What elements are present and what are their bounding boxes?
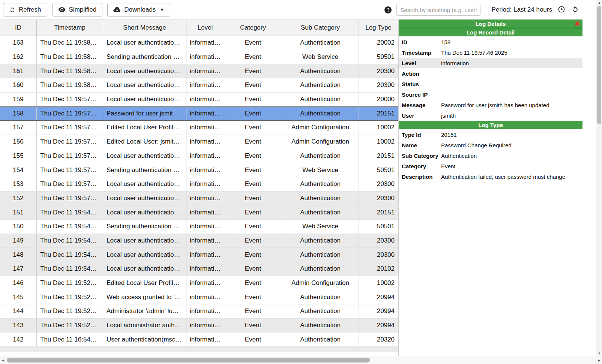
refresh-button[interactable]: Refresh (3, 3, 47, 16)
table-row[interactable]: 153Thu Dec 11 19:57…Local user authentic… (0, 177, 398, 192)
column-header-id[interactable]: ID (0, 20, 37, 36)
time-period-button[interactable] (557, 6, 566, 14)
cell-message: Local user authenticatio… (103, 262, 186, 276)
cell-category: Event (224, 50, 282, 64)
detail-field-label: ID (402, 39, 441, 45)
detail-field: Userjsmith (399, 110, 582, 121)
cell-timestamp: Thu Dec 11 19:57… (37, 121, 103, 135)
cell-message: Sending authentication … (103, 220, 186, 234)
table-row[interactable]: 143Thu Dec 11 19:52…Local administrator … (0, 319, 398, 333)
cell-timestamp: Thu Dec 11 19:52… (37, 304, 103, 318)
table-row[interactable]: 162Thu Dec 11 19:58…Sending authenticati… (0, 50, 398, 64)
cell-log-type: 50501 (359, 220, 398, 234)
cell-category: Event (224, 93, 282, 106)
table-row[interactable]: 152Thu Dec 11 19:57…Local user authentic… (0, 192, 398, 206)
refresh-icon (9, 7, 15, 13)
detail-field: Source IP (399, 89, 582, 100)
cell-category: Event (224, 333, 282, 346)
scroll-down-arrow-icon[interactable]: ▼ (596, 351, 602, 356)
scroll-up-arrow-icon[interactable]: ▲ (596, 0, 602, 5)
cell-id: 162 (0, 50, 37, 64)
toolbar: Refresh Simplified Downloads ▼ ? Period:… (0, 0, 602, 19)
table-row[interactable]: 148Thu Dec 11 19:54…Local user authentic… (0, 248, 398, 262)
cell-log-type: 20994 (359, 290, 398, 304)
table-row[interactable]: 159Thu Dec 11 19:57…Local user authentic… (0, 93, 398, 107)
cell-category: Event (224, 64, 282, 78)
cell-sub-category: Web Service (282, 220, 359, 234)
column-header-level[interactable]: Level (186, 20, 224, 36)
vertical-scroll-thumb[interactable] (597, 6, 601, 124)
cell-sub-category: Authentication (282, 36, 359, 50)
vertical-scrollbar[interactable]: ▲ ▼ (596, 0, 602, 356)
column-header-category[interactable]: Category (224, 20, 282, 36)
table-row[interactable]: 155Thu Dec 11 19:57…Local user authentic… (0, 149, 398, 163)
detail-field-label: Category (402, 163, 441, 169)
cell-category: Event (224, 276, 282, 290)
cell-log-type: 10002 (359, 121, 398, 135)
cell-level: informati… (186, 304, 224, 318)
table-row[interactable]: 142Thu Dec 11 16:54…User authentication(… (0, 333, 398, 347)
cell-timestamp: Thu Dec 11 19:52… (37, 290, 103, 304)
table-row[interactable]: 145Thu Dec 11 19:52…Web access granted t… (0, 290, 398, 304)
cell-category: Event (224, 163, 282, 177)
cell-timestamp: Thu Dec 11 19:54… (37, 262, 103, 276)
cell-message: Password for user jsmit… (103, 107, 186, 120)
table-row[interactable]: 163Thu Dec 11 19:58…Local user authentic… (0, 36, 398, 50)
cell-id: 147 (0, 262, 37, 276)
cell-timestamp: Thu Dec 11 19:57… (37, 93, 103, 106)
cell-message: Local user authenticatio… (103, 64, 186, 78)
cell-log-type: 20300 (359, 177, 398, 191)
column-header-short-message[interactable]: Short Message (103, 20, 186, 36)
table-row[interactable]: 146Thu Dec 11 19:52…Edited Local User Pr… (0, 276, 398, 291)
scroll-right-arrow-icon[interactable]: ▶ (596, 356, 602, 364)
cell-id: 150 (0, 220, 37, 234)
log-record-detail-title: Log Record Detail (467, 29, 515, 36)
cell-category: Event (224, 121, 282, 135)
cell-id: 158 (0, 107, 37, 120)
cell-message: Sending authentication … (103, 163, 186, 177)
column-header-sub-category[interactable]: Sub Category (282, 20, 359, 36)
detail-field-label: Status (402, 81, 441, 87)
cell-timestamp: Thu Dec 11 19:54… (37, 234, 103, 248)
cell-timestamp: Thu Dec 11 19:58… (37, 78, 103, 92)
help-icon[interactable]: ? (384, 6, 392, 13)
table-row[interactable]: 154Thu Dec 11 19:57…Sending authenticati… (0, 163, 398, 177)
cell-message: Local user authenticatio… (103, 149, 186, 163)
log-details-header: Log Details ✖ (399, 19, 582, 28)
cell-log-type: 20300 (359, 248, 398, 262)
table-row[interactable]: 156Thu Dec 11 19:57…Edited Local User: j… (0, 135, 398, 149)
simplified-button[interactable]: Simplified (52, 3, 103, 16)
downloads-button[interactable]: Downloads ▼ (107, 3, 170, 16)
cell-timestamp: Thu Dec 11 19:52… (37, 276, 103, 290)
close-icon[interactable]: ✖ (575, 21, 580, 27)
cell-sub-category: Authentication (282, 205, 359, 219)
table-row[interactable]: 151Thu Dec 11 19:54…Local user authentic… (0, 205, 398, 220)
cell-timestamp: Thu Dec 11 19:57… (37, 149, 103, 163)
table-row[interactable]: 144Thu Dec 11 19:52…Administrator 'admin… (0, 304, 398, 319)
search-input[interactable] (396, 4, 480, 16)
column-header-timestamp[interactable]: Timestamp (37, 20, 103, 36)
partial-row (0, 347, 398, 352)
table-row[interactable]: 147Thu Dec 11 19:54…Local user authentic… (0, 262, 398, 276)
main-content: IDTimestampShort MessageLevelCategorySub… (0, 19, 596, 356)
cell-message: Web access granted to '… (103, 290, 186, 304)
detail-field-value: Password for user jsmith has been update… (441, 102, 549, 108)
cell-level: informati… (186, 93, 224, 106)
table-row[interactable]: 161Thu Dec 11 19:58…Local user authentic… (0, 64, 398, 78)
column-header-log-type[interactable]: Log Type (359, 20, 398, 36)
table-row[interactable]: 160Thu Dec 11 19:58…Local user authentic… (0, 78, 398, 93)
reset-icon (572, 6, 579, 14)
table-row[interactable]: 157Thu Dec 11 19:57…Edited Local User Pr… (0, 121, 398, 135)
table-row[interactable]: 149Thu Dec 11 19:54…Local user authentic… (0, 234, 398, 248)
scroll-left-arrow-icon[interactable]: ◀ (0, 356, 6, 364)
horizontal-scrollbar[interactable]: ◀ ▶ (0, 356, 602, 364)
cell-sub-category: Authentication (282, 290, 359, 304)
detail-field: Type Id20151 (399, 129, 582, 140)
table-row[interactable]: 150Thu Dec 11 19:54…Sending authenticati… (0, 220, 398, 234)
reset-button[interactable] (571, 6, 579, 14)
cell-category: Event (224, 36, 282, 50)
table-header-row: IDTimestampShort MessageLevelCategorySub… (0, 19, 398, 36)
table-row[interactable]: 158Thu Dec 11 19:57…Password for user js… (0, 106, 398, 121)
detail-field-value: 158 (441, 39, 450, 45)
horizontal-scroll-thumb[interactable] (7, 358, 370, 363)
